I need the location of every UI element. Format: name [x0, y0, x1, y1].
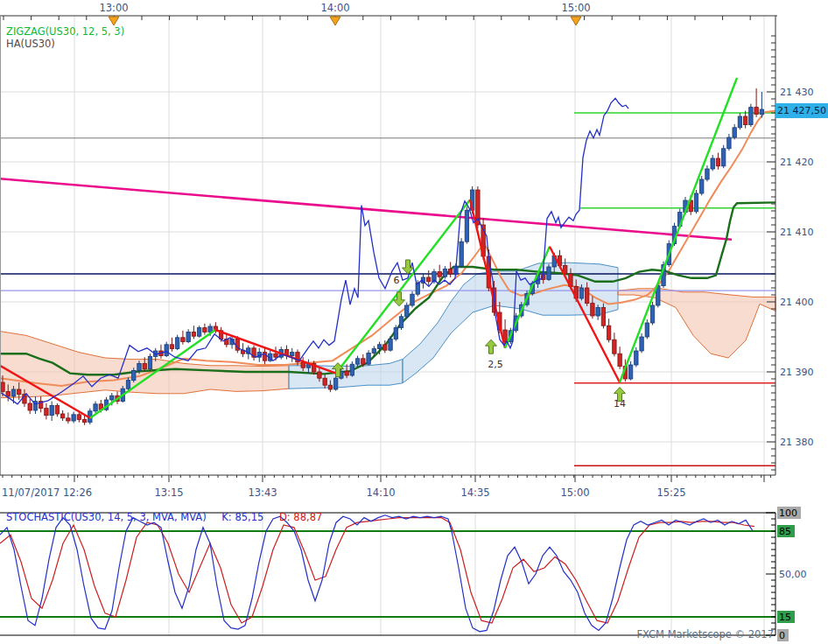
- candle-down: [585, 288, 588, 304]
- candle-up: [186, 332, 190, 341]
- top-time-label: 14:00: [320, 2, 349, 14]
- candle-down: [323, 378, 326, 385]
- price-axis-label: 21 410: [780, 227, 814, 238]
- candle-up: [291, 353, 294, 356]
- session-marker-triangle: [109, 17, 119, 25]
- indicator-legend: ZIGZAG(US30, 12, 5, 3) HA(US30): [6, 25, 124, 50]
- marker-count-label: 14: [614, 398, 626, 410]
- candle-up: [372, 349, 375, 354]
- candle-up: [126, 381, 130, 389]
- candle-down: [1, 382, 4, 391]
- candle-down: [438, 272, 441, 277]
- price-axis-label: 21 380: [780, 437, 814, 448]
- candle-up: [640, 337, 643, 351]
- price-axis-label: 21 420: [780, 157, 814, 168]
- pink-trendline: [0, 178, 732, 240]
- candle-down: [192, 332, 195, 336]
- stochastic-d-value-label: D: 88,87: [279, 511, 322, 523]
- candle-up: [399, 317, 403, 328]
- candle-down: [82, 419, 86, 422]
- legend-zigzag-label: ZIGZAG(US30, 12, 5, 3): [6, 25, 124, 38]
- stoch-axis-label: 100: [779, 508, 797, 519]
- candle-down: [328, 385, 332, 389]
- candle-up: [72, 415, 75, 421]
- candle-down: [170, 345, 173, 349]
- candle-down: [77, 415, 81, 420]
- zigzag-segment: [336, 200, 470, 373]
- legend-ha-label: HA(US30): [6, 38, 124, 50]
- orange-average-line: [0, 111, 775, 386]
- candle-down: [67, 418, 70, 421]
- candle-down: [143, 363, 146, 368]
- axes-layer: 21 43021 42021 41021 40021 39021 38013:0…: [0, 2, 814, 499]
- copyright-label: FXCM Marketscope © 2017: [636, 628, 774, 640]
- candle-down: [448, 269, 452, 274]
- candle-down: [345, 371, 348, 375]
- chart-canvas[interactable]: 62,5141008550,0015021 43021 42021 41021 …: [0, 0, 828, 644]
- candle-down: [601, 307, 605, 326]
- stochastic-k-value-label: K: 85,15: [221, 511, 263, 523]
- candle-up: [137, 363, 141, 370]
- stoch-k-line: [0, 515, 753, 632]
- candle-up: [389, 339, 392, 350]
- candle-up: [733, 128, 736, 137]
- candle-down: [28, 403, 32, 410]
- candle-up: [350, 364, 354, 375]
- candle-up: [410, 294, 414, 305]
- session-marker-triangle: [571, 17, 581, 25]
- candle-up: [148, 356, 151, 368]
- candle-down: [618, 354, 621, 366]
- candle-down: [754, 108, 758, 115]
- down-arrow-marker: [403, 260, 414, 274]
- candle-down: [318, 372, 321, 378]
- candle-up: [110, 396, 114, 400]
- candle-up: [197, 328, 200, 337]
- candle-up: [132, 370, 136, 380]
- candle-down: [45, 409, 48, 416]
- candle-up: [460, 242, 463, 266]
- candle-up: [405, 305, 409, 317]
- candle-up: [645, 323, 649, 337]
- chart-window: 62,5141008550,0015021 43021 42021 41021 …: [0, 0, 828, 644]
- stoch-axis-label: 50,00: [779, 569, 807, 580]
- candle-up: [367, 353, 370, 364]
- candle-up: [749, 108, 753, 125]
- candle-up: [738, 116, 741, 128]
- candle-up: [694, 193, 698, 212]
- stoch-axis-label: 85: [779, 526, 791, 537]
- candle-down: [60, 414, 64, 418]
- candle-down: [203, 328, 207, 332]
- stochastic-legend: STOCHASTIC(US30, 14, 5, 3, MVA, MVA) K: …: [6, 511, 322, 523]
- candle-down: [274, 354, 277, 357]
- price-axis-label: 21 390: [780, 367, 814, 378]
- candle-up: [165, 345, 168, 356]
- candle-up: [333, 378, 337, 389]
- candle-down: [18, 389, 21, 395]
- overlay-lines-layer: [0, 111, 775, 386]
- stochastic-layer: 1008550,00150: [0, 507, 807, 641]
- bottom-time-label: 14:10: [366, 486, 395, 499]
- candle-up: [355, 359, 359, 364]
- bottom-time-label: 15:00: [560, 486, 589, 499]
- candle-down: [361, 359, 365, 364]
- bottom-time-label: 13:15: [154, 486, 183, 499]
- bottom-time-label: 13:43: [248, 486, 277, 499]
- candle-up: [94, 404, 97, 411]
- grid-layer: [0, 16, 775, 635]
- stochastic-title-label: STOCHASTIC(US30, 14, 5, 3, MVA, MVA): [6, 511, 207, 523]
- top-time-label: 15:00: [561, 2, 590, 14]
- top-time-label: 13:00: [99, 2, 128, 14]
- candle-up: [579, 288, 583, 298]
- candle-down: [383, 345, 387, 350]
- candle-down: [743, 116, 747, 125]
- candle-down: [55, 405, 59, 414]
- current-price-tag: 21 427,50: [775, 103, 828, 118]
- candle-up: [705, 169, 709, 179]
- stoch-d-line: [0, 518, 754, 623]
- stoch-axis-label: 0: [779, 630, 785, 641]
- candle-up: [465, 210, 468, 242]
- candle-up: [50, 405, 53, 415]
- candle-up: [650, 305, 654, 323]
- candle-down: [607, 326, 610, 340]
- bottom-time-label: 11/07/2017 12:26: [2, 486, 92, 499]
